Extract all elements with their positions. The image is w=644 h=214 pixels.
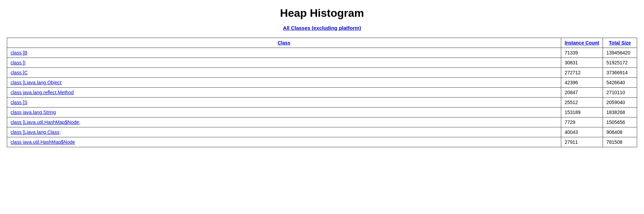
cell-class-name: class java.lang.reflect.Method <box>7 88 561 98</box>
table-row: class [Ljava.lang.Object;423965426640 <box>7 78 637 88</box>
cell-class-name: class [I <box>7 58 561 68</box>
header-total-size-link[interactable]: Total Size <box>609 40 631 46</box>
table-row: class [I3083151925172 <box>7 58 637 68</box>
cell-instance-count: 272712 <box>561 68 603 78</box>
cell-instance-count: 7729 <box>561 117 603 127</box>
cell-instance-count: 71339 <box>561 48 603 58</box>
heap-histogram-table: Class Instance Count Total Size class [B… <box>7 38 637 147</box>
page-title: Heap Histogram <box>7 7 637 20</box>
table-body: class [B71339139456420class [I3083151925… <box>7 48 637 147</box>
cell-class-name: class java.util.HashMap$Node <box>7 137 561 147</box>
class-name-link[interactable]: class [Ljava.lang.Object; <box>11 80 63 85</box>
table-row: class [Ljava.lang.Class;40043908408 <box>7 127 637 137</box>
header-total-size: Total Size <box>603 38 637 48</box>
class-name-link[interactable]: class [I <box>11 60 26 65</box>
cell-total-size: 781508 <box>603 137 637 147</box>
cell-class-name: class [Ljava.util.HashMap$Node; <box>7 117 561 127</box>
table-row: class [Ljava.util.HashMap$Node;772915056… <box>7 117 637 127</box>
table-row: class java.lang.String1531891838268 <box>7 108 637 117</box>
cell-class-name: class [Ljava.lang.Object; <box>7 78 561 88</box>
class-name-link[interactable]: class java.lang.reflect.Method <box>11 90 74 95</box>
cell-total-size: 139456420 <box>603 48 637 58</box>
header-instance-count-link[interactable]: Instance Count <box>565 40 599 46</box>
cell-instance-count: 20847 <box>561 88 603 98</box>
cell-instance-count: 42396 <box>561 78 603 88</box>
cell-class-name: class [Ljava.lang.Class; <box>7 127 561 137</box>
cell-total-size: 1838268 <box>603 108 637 117</box>
header-instance-count: Instance Count <box>561 38 603 48</box>
table-row: class [S255122059040 <box>7 98 637 108</box>
cell-total-size: 2059040 <box>603 98 637 108</box>
header-class: Class <box>7 38 561 48</box>
table-row: class java.util.HashMap$Node27911781508 <box>7 137 637 147</box>
cell-class-name: class [B <box>7 48 561 58</box>
cell-total-size: 37366914 <box>603 68 637 78</box>
class-name-link[interactable]: class [C <box>11 70 28 75</box>
table-row: class java.lang.reflect.Method2084727101… <box>7 88 637 98</box>
class-name-link[interactable]: class java.util.HashMap$Node <box>11 139 75 145</box>
cell-total-size: 1505656 <box>603 117 637 127</box>
cell-instance-count: 25512 <box>561 98 603 108</box>
table-row: class [C27271237366914 <box>7 68 637 78</box>
class-name-link[interactable]: class [Ljava.util.HashMap$Node; <box>11 119 80 125</box>
cell-instance-count: 27911 <box>561 137 603 147</box>
header-class-link[interactable]: Class <box>278 40 290 46</box>
subtitle-link[interactable]: All Classes (excluding platform) <box>7 25 637 31</box>
cell-class-name: class [S <box>7 98 561 108</box>
table-header-row: Class Instance Count Total Size <box>7 38 637 48</box>
cell-total-size: 5426640 <box>603 78 637 88</box>
class-name-link[interactable]: class java.lang.String <box>11 110 56 115</box>
cell-total-size: 908408 <box>603 127 637 137</box>
cell-instance-count: 40043 <box>561 127 603 137</box>
cell-class-name: class [C <box>7 68 561 78</box>
table-row: class [B71339139456420 <box>7 48 637 58</box>
cell-class-name: class java.lang.String <box>7 108 561 117</box>
cell-total-size: 2710110 <box>603 88 637 98</box>
class-name-link[interactable]: class [B <box>11 50 27 55</box>
cell-instance-count: 30831 <box>561 58 603 68</box>
class-name-link[interactable]: class [Ljava.lang.Class; <box>11 129 61 135</box>
cell-instance-count: 153189 <box>561 108 603 117</box>
class-name-link[interactable]: class [S <box>11 100 27 105</box>
cell-total-size: 51925172 <box>603 58 637 68</box>
